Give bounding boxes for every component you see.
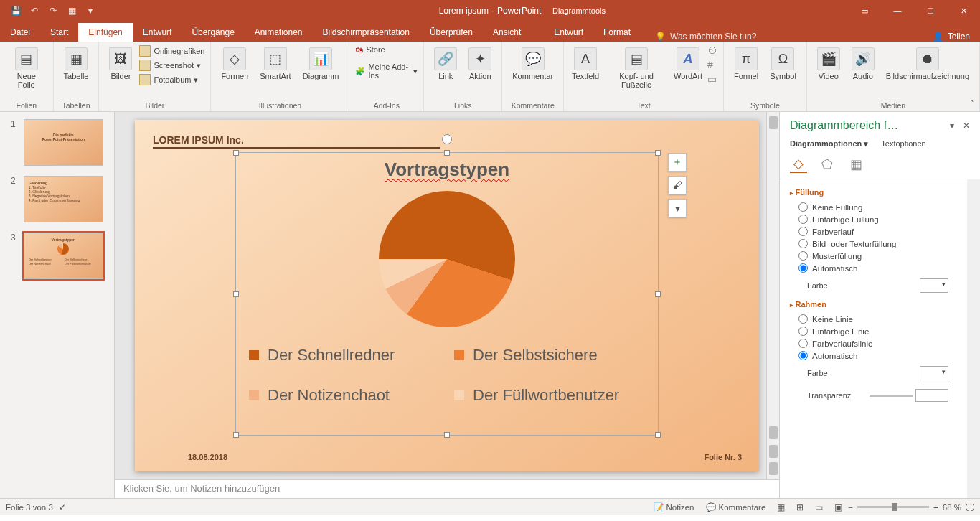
audio-button[interactable]: 🔊Audio (847, 44, 879, 83)
chart-options-tab[interactable]: Diagrammoptionen ▾ (790, 139, 868, 149)
tab-chart-design[interactable]: Entwurf (544, 23, 593, 42)
chart-legend[interactable]: Der Schnellredner Der Selbstsichere Der … (249, 346, 645, 405)
equation-button[interactable]: πFormel (730, 44, 763, 83)
normal-view-icon[interactable]: ▦ (771, 502, 791, 512)
resize-handle-tr[interactable] (655, 150, 661, 156)
sorter-view-icon[interactable]: ⊞ (791, 502, 809, 512)
slideshow-view-icon[interactable]: ▣ (829, 502, 848, 512)
fill-auto-radio[interactable]: Automatisch (790, 262, 957, 274)
resize-handle-br[interactable] (655, 432, 661, 438)
thumbnail-1[interactable]: Die perfektePowerPoint-Präsentation (24, 119, 103, 166)
object-icon[interactable]: ▭ (707, 73, 717, 85)
notes-placeholder[interactable]: Klicken Sie, um Notizen hinzuzufügen (115, 479, 779, 498)
fill-color-button[interactable] (920, 278, 948, 293)
wordart-button[interactable]: AWordArt (672, 44, 705, 83)
chart-styles-icon[interactable]: 🖌 (668, 176, 687, 194)
slide-canvas[interactable]: LOREM IPSUM Inc. 18.08.2018 Folie Nr. 3 … (135, 120, 759, 471)
table-button[interactable]: ▦Tabelle (60, 44, 93, 83)
symbol-button[interactable]: ΩSymbol (765, 44, 801, 83)
tab-design[interactable]: Entwurf (133, 23, 182, 42)
chart-elements-icon[interactable]: ＋ (668, 153, 687, 172)
effects-icon[interactable]: ⬠ (819, 156, 836, 173)
qat-more-icon[interactable]: ▾ (83, 4, 98, 18)
resize-handle-b[interactable] (444, 432, 450, 438)
photo-album-button[interactable]: Fotoalbum▾ (139, 73, 204, 86)
next-slide-icon[interactable] (769, 462, 778, 475)
fill-gradient-radio[interactable]: Farbverlauf (790, 225, 957, 238)
new-slide-button[interactable]: ▤Neue Folie (6, 44, 47, 92)
thumbnail-2[interactable]: Gliederung 1. Titelfolie2. Gliederung3. … (24, 176, 103, 222)
video-button[interactable]: 🎬Video (813, 44, 844, 83)
fill-picture-radio[interactable]: Bild- oder Texturfüllung (790, 238, 957, 250)
resize-handle-t[interactable] (444, 150, 450, 156)
chart-title[interactable]: Vortragstypen (236, 159, 658, 181)
rotate-handle[interactable] (442, 134, 452, 144)
zoom-in-icon[interactable]: + (933, 503, 938, 512)
tab-animations[interactable]: Animationen (245, 23, 313, 42)
tell-me[interactable]: 💡Was möchten Sie tun? (655, 32, 756, 42)
share-button[interactable]: 👤Teilen (933, 32, 970, 42)
date-time-icon[interactable]: ⏲ (707, 44, 717, 56)
my-addins-button[interactable]: 🧩Meine Add-Ins▾ (355, 62, 418, 80)
transparency-slider[interactable] (870, 395, 913, 397)
transparency-input[interactable] (915, 389, 948, 402)
fit-slide-icon[interactable]: ⛶ (966, 503, 974, 512)
comment-button[interactable]: 💬Kommentar (508, 44, 557, 83)
resize-handle-l[interactable] (233, 291, 239, 297)
line-color-button[interactable] (920, 366, 948, 380)
scroll-up-icon[interactable] (769, 116, 778, 129)
textbox-button[interactable]: ATextfeld (570, 44, 601, 83)
tab-review[interactable]: Überprüfen (420, 23, 483, 42)
pictures-button[interactable]: 🖼Bilder (105, 44, 136, 83)
slide-number-icon[interactable]: # (707, 59, 717, 70)
fill-solid-radio[interactable]: Einfarbige Füllung (790, 213, 957, 225)
zoom-value[interactable]: 68 % (943, 503, 961, 512)
maximize-icon[interactable]: ☐ (914, 0, 947, 22)
fill-line-icon[interactable]: ◇ (790, 156, 807, 173)
zoom-out-icon[interactable]: − (848, 503, 853, 512)
line-solid-radio[interactable]: Einfarbige Linie (790, 325, 957, 337)
tab-view[interactable]: Ansicht (483, 23, 531, 42)
border-section[interactable]: Rahmen (790, 300, 957, 309)
smartart-button[interactable]: ⬚SmartArt (255, 44, 295, 83)
size-icon[interactable]: ▦ (847, 156, 864, 173)
tab-transitions[interactable]: Übergänge (182, 23, 244, 42)
notes-button[interactable]: 📝 Notizen (648, 502, 700, 512)
tab-insert[interactable]: Einfügen (78, 23, 132, 42)
link-button[interactable]: 🔗Link (430, 44, 461, 83)
line-none-radio[interactable]: Keine Linie (790, 313, 957, 325)
tab-slideshow[interactable]: Bildschirmpräsentation (313, 23, 420, 42)
prev-slide-icon[interactable] (769, 445, 778, 458)
reading-view-icon[interactable]: ▭ (809, 502, 829, 512)
screenshot-button[interactable]: Screenshot▾ (139, 59, 204, 72)
chart-filter-icon[interactable]: ▾ (668, 199, 687, 217)
chart-button[interactable]: 📊Diagramm (298, 44, 344, 83)
close-icon[interactable]: ✕ (947, 0, 980, 22)
pie-chart[interactable] (379, 191, 515, 327)
pane-dropdown-icon[interactable]: ▾ (950, 121, 954, 131)
resize-handle-r[interactable] (655, 291, 661, 297)
screen-recording-button[interactable]: ⏺Bildschirmaufzeichnung (882, 44, 974, 83)
collapse-ribbon-icon[interactable]: ˄ (970, 99, 974, 108)
shapes-button[interactable]: ◇Formen (217, 44, 253, 83)
ribbon-options-icon[interactable]: ▭ (848, 0, 881, 22)
line-auto-radio[interactable]: Automatisch (790, 349, 957, 362)
text-options-tab[interactable]: Textoptionen (881, 139, 925, 149)
chart-selection[interactable]: Vortragstypen Der Schnellredner Der Selb… (235, 152, 659, 436)
vertical-scrollbar[interactable] (766, 112, 779, 479)
thumbnail-3[interactable]: Vortragstypen Der SchnellrednerDer Selbs… (24, 233, 103, 279)
resize-handle-bl[interactable] (233, 432, 239, 438)
slideshow-icon[interactable]: ▦ (65, 4, 79, 18)
fill-pattern-radio[interactable]: Musterfüllung (790, 250, 957, 262)
online-pictures-button[interactable]: Onlinegrafiken (139, 44, 204, 57)
minimize-icon[interactable]: ― (881, 0, 914, 22)
tab-format[interactable]: Format (593, 23, 641, 42)
fill-section[interactable]: Füllung (790, 188, 957, 197)
store-button[interactable]: 🛍Store (355, 44, 418, 55)
redo-icon[interactable]: ↷ (46, 4, 60, 18)
action-button[interactable]: ✦Aktion (464, 44, 496, 83)
spellcheck-icon[interactable]: ✓ (53, 502, 72, 512)
fill-none-radio[interactable]: Keine Füllung (790, 201, 957, 213)
scroll-down-icon[interactable] (769, 426, 778, 439)
line-gradient-radio[interactable]: Farbverlaufslinie (790, 337, 957, 349)
